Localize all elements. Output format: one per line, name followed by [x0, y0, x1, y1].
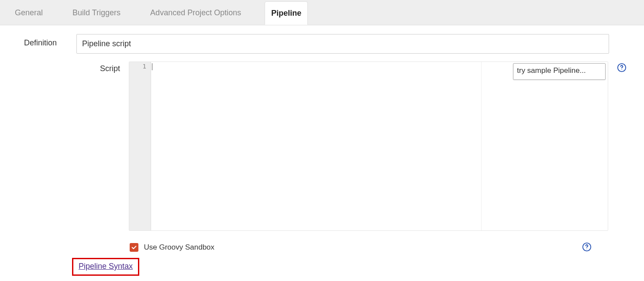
code-area[interactable] [151, 62, 608, 230]
editor-cursor [152, 63, 152, 70]
content-area: Definition Script 1 try sample Pipeline.… [0, 25, 644, 280]
pipeline-syntax-highlight-box: Pipeline Syntax [72, 258, 139, 276]
help-icon[interactable] [617, 63, 627, 72]
script-editor[interactable]: 1 try sample Pipeline... [129, 62, 608, 231]
editor-gutter: 1 [129, 62, 151, 230]
script-editor-wrap: 1 try sample Pipeline... [129, 62, 608, 231]
pipeline-syntax-row: Pipeline Syntax [72, 258, 631, 276]
sandbox-field: Use Groovy Sandbox [130, 243, 631, 252]
pipeline-syntax-link[interactable]: Pipeline Syntax [79, 262, 133, 271]
tab-pipeline[interactable]: Pipeline [265, 1, 308, 25]
definition-row: Definition [24, 34, 631, 54]
tab-build-triggers[interactable]: Build Triggers [66, 1, 127, 24]
tab-bar: General Build Triggers Advanced Project … [0, 0, 644, 25]
definition-field-wrap [76, 34, 631, 54]
tab-advanced-project-options[interactable]: Advanced Project Options [144, 1, 247, 24]
tab-general[interactable]: General [9, 1, 49, 24]
script-label: Script [24, 62, 129, 73]
definition-label: Definition [24, 34, 76, 48]
use-groovy-sandbox-checkbox[interactable] [130, 243, 138, 252]
help-icon[interactable] [582, 242, 592, 252]
svg-point-1 [621, 69, 622, 70]
editor-right-margin [481, 62, 482, 230]
check-icon [131, 244, 137, 250]
try-sample-pipeline-dropdown[interactable]: try sample Pipeline... [513, 63, 606, 80]
svg-point-3 [586, 249, 587, 249]
definition-select[interactable] [76, 34, 609, 54]
use-groovy-sandbox-label: Use Groovy Sandbox [144, 243, 214, 251]
script-row: Script 1 try sample Pipeline... [24, 62, 631, 231]
sandbox-row: Use Groovy Sandbox [24, 243, 631, 252]
